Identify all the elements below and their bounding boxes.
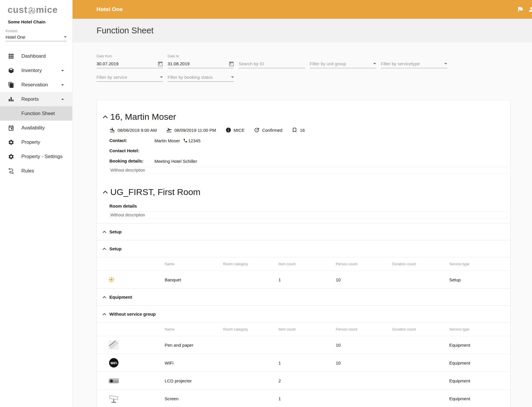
sidebar-item-reports[interactable]: Reports xyxy=(0,92,72,106)
search-field xyxy=(239,59,305,68)
collapse-icon[interactable] xyxy=(101,294,107,300)
date-to-field: Date to xyxy=(168,54,234,68)
wifi-image: WiFi xyxy=(108,357,120,369)
equipment-table-header: Name Room category Item count Person cou… xyxy=(97,322,510,336)
channel-meta: MICE xyxy=(225,127,245,133)
service-select[interactable]: Filter by service xyxy=(97,73,163,82)
flight-land-icon xyxy=(109,127,115,133)
booking-status-filter: Filter by booking status xyxy=(168,73,234,82)
collapse-icon[interactable] xyxy=(101,246,107,252)
arrival-meta: 08/06/2019 9:00 AM xyxy=(109,127,157,133)
table-row[interactable]: Screen 1 Equipment xyxy=(97,389,510,407)
contact-hotel-value xyxy=(154,148,510,153)
date-from-label: Date from xyxy=(97,54,163,59)
group-equipment-outer: Equipment xyxy=(97,288,510,305)
table-row[interactable]: Pen and paper 10 Equipment xyxy=(97,336,510,354)
collapse-icon[interactable] xyxy=(101,113,109,121)
table-row[interactable]: WiFi WiFi 1 10 Equipment xyxy=(97,354,510,372)
app-root: cust mice Some Hotel Chain Kontext Hotel… xyxy=(0,0,532,407)
sidebar-item-availability[interactable]: Availability xyxy=(0,121,72,135)
topbar: Hotel One xyxy=(73,0,532,19)
screen-image xyxy=(108,393,120,404)
booking-description: Without description xyxy=(109,167,507,174)
flight-takeoff-icon xyxy=(166,127,172,133)
date-from-field: Date from xyxy=(97,54,163,68)
contact-value: Martin Moser 12345 xyxy=(154,138,510,143)
topbar-title: Hotel One xyxy=(97,6,123,13)
main-area: Hotel One Function Sheet Date from xyxy=(73,0,532,407)
collapse-icon[interactable] xyxy=(101,311,107,317)
room-description: Without description xyxy=(109,211,507,218)
sidebar-item-inventory[interactable]: Inventory xyxy=(0,63,72,78)
booking-status-select[interactable]: Filter by booking status xyxy=(168,73,234,82)
contact-row: Contact: Martin Moser 12345 xyxy=(109,138,510,143)
chevron-down-icon xyxy=(231,76,234,78)
sidebar-item-rules[interactable]: Rules xyxy=(0,164,72,178)
booking-number-meta: 16 xyxy=(292,127,305,133)
content: Date from Date to xyxy=(73,42,532,407)
sidebar-item-property[interactable]: Property xyxy=(0,135,72,149)
date-to-label: Date to xyxy=(168,54,234,59)
logo-text-prefix: cust xyxy=(8,5,27,15)
contact-hotel-row: Contact Hotel: xyxy=(109,148,510,153)
sidebar-item-dashboard[interactable]: Dashboard xyxy=(0,49,72,63)
service-filter: Filter by service xyxy=(97,73,163,82)
date-from-input[interactable] xyxy=(97,61,156,66)
bookmark-icon xyxy=(292,127,297,133)
context-value: Hotel One xyxy=(6,35,25,40)
calendar-icon[interactable] xyxy=(229,61,234,66)
unit-group-filter: Filter by unit group xyxy=(310,59,376,68)
search-input[interactable] xyxy=(239,61,305,66)
flag-icon[interactable] xyxy=(517,6,524,13)
inventory-icon xyxy=(8,67,14,74)
date-to-input[interactable] xyxy=(168,61,227,66)
calendar-icon[interactable] xyxy=(158,61,163,66)
booking-details-value: Meeting Hotel Schiller xyxy=(154,158,510,164)
topbar-actions xyxy=(517,0,532,19)
rules-icon xyxy=(8,168,14,174)
banquet-icon xyxy=(108,276,115,283)
chevron-down-icon xyxy=(59,82,66,88)
departure-meta: 08/09/2019 11:00 PM xyxy=(166,127,216,133)
room-section-header: UG_FIRST, First Room xyxy=(97,174,510,197)
group-without-service: Without service group xyxy=(97,305,510,322)
reservation-icon xyxy=(8,82,14,88)
setup-table-header: Name Room category Item count Person cou… xyxy=(97,257,510,271)
fingerprint-icon xyxy=(28,7,36,15)
group-setup-outer: Setup xyxy=(97,223,510,240)
status-meta: Confirmed xyxy=(254,127,282,133)
filter-row-2: Filter by service Filter by booking stat… xyxy=(97,73,511,82)
gear-icon xyxy=(8,139,14,146)
booking-meta: 08/06/2019 9:00 AM 08/09/2019 11:00 PM M… xyxy=(109,127,510,133)
hotel-chain-name: Some Hotel Chain xyxy=(0,15,72,24)
info-icon xyxy=(225,127,231,133)
context-select[interactable]: Hotel One xyxy=(6,33,67,41)
user-icon[interactable] xyxy=(528,6,532,13)
page-header: Function Sheet xyxy=(73,19,532,42)
sidebar-item-function-sheet[interactable]: Function Sheet xyxy=(0,106,72,121)
servicetype-select[interactable]: Filter by servicetype xyxy=(381,59,447,68)
reports-icon xyxy=(8,96,14,102)
function-sheet-card: 16, Martin Moser 08/06/2019 9:00 AM 08/0… xyxy=(97,100,511,407)
status-badge: Confirmed xyxy=(262,128,282,133)
update-icon xyxy=(254,127,260,133)
table-row[interactable]: Banquet 1 10 Setup xyxy=(97,271,510,288)
chevron-down-icon xyxy=(160,76,163,78)
sidebar: cust mice Some Hotel Chain Kontext Hotel… xyxy=(0,0,73,407)
collapse-icon[interactable] xyxy=(101,229,107,235)
svg-text:WiFi: WiFi xyxy=(110,361,117,365)
sidebar-item-reservation[interactable]: Reservation xyxy=(0,78,72,92)
calendar-icon xyxy=(8,125,14,131)
gear-icon xyxy=(8,153,14,160)
servicetype-filter: Filter by servicetype xyxy=(381,59,447,68)
table-row[interactable]: LCD projector 2 Equipment xyxy=(97,372,510,389)
filter-bar: Date from Date to xyxy=(97,54,511,82)
group-setup-inner: Setup xyxy=(97,240,510,257)
collapse-icon[interactable] xyxy=(101,188,109,196)
unit-group-select[interactable]: Filter by unit group xyxy=(310,59,376,68)
filter-row-1: Date from Date to xyxy=(97,54,511,68)
sidebar-item-property-settings[interactable]: Property - Settings xyxy=(0,149,72,164)
logo-text-suffix: mice xyxy=(36,5,58,15)
booking-title: 16, Martin Moser xyxy=(110,112,176,122)
phone-icon xyxy=(183,138,188,143)
